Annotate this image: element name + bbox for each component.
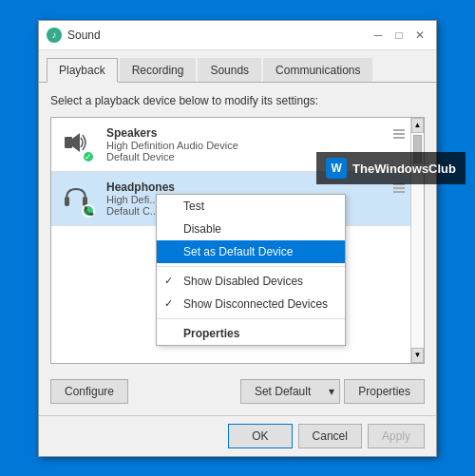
ctx-disable[interactable]: Disable: [157, 218, 345, 240]
default-badge: ✓: [82, 150, 95, 163]
tab-content: Select a playback device below to modify…: [39, 83, 436, 415]
set-default-wrap: Set Default ▾: [240, 379, 340, 404]
ok-button[interactable]: OK: [228, 424, 292, 448]
scroll-down-button[interactable]: ▼: [411, 348, 424, 363]
window-title: Sound: [67, 29, 101, 42]
speakers-sub1: High Definition Audio Device: [106, 140, 416, 151]
headphones-menu-indicator: [393, 183, 405, 193]
ctx-properties[interactable]: Properties: [157, 322, 345, 345]
ctx-separator-2: [157, 318, 345, 319]
tab-playback[interactable]: Playback: [47, 58, 118, 83]
title-bar-controls: ─ □ ✕: [370, 27, 428, 44]
ctx-show-disconnected[interactable]: Show Disconnected Devices: [157, 293, 345, 315]
minimize-button[interactable]: ─: [370, 27, 387, 44]
svg-marker-1: [72, 133, 80, 152]
tab-sounds[interactable]: Sounds: [198, 58, 261, 82]
ctx-test[interactable]: Test: [157, 195, 345, 218]
title-bar-left: ♪ Sound: [47, 28, 101, 43]
dialog-footer: OK Cancel Apply: [39, 415, 436, 456]
watermark-text: TheWindowsClub: [352, 162, 456, 176]
ctx-set-default[interactable]: Set as Default Device: [157, 240, 345, 263]
headphones-icon: 📞: [59, 180, 97, 218]
properties-button[interactable]: Properties: [344, 379, 425, 404]
device-controls: Configure Set Default ▾ Properties: [50, 373, 425, 404]
ctx-separator-1: [157, 266, 345, 267]
headphones-badge: 📞: [82, 204, 95, 218]
speakers-icon: ✓: [59, 125, 97, 163]
tabs-bar: Playback Recording Sounds Communications: [39, 50, 436, 83]
description-text: Select a playback device below to modify…: [50, 94, 425, 107]
scroll-up-button[interactable]: ▲: [411, 118, 424, 133]
svg-rect-0: [65, 137, 72, 148]
close-button[interactable]: ✕: [411, 27, 428, 44]
sound-dialog: ♪ Sound ─ □ ✕ Playback Recording Sounds …: [38, 20, 437, 457]
svg-rect-2: [65, 197, 69, 206]
apply-button[interactable]: Apply: [368, 424, 425, 448]
cancel-button[interactable]: Cancel: [298, 424, 362, 448]
ctx-show-disabled[interactable]: Show Disabled Devices: [157, 270, 345, 293]
speakers-menu-indicator: [393, 129, 405, 139]
tab-communications[interactable]: Communications: [263, 58, 372, 82]
set-default-button[interactable]: Set Default: [240, 379, 324, 404]
watermark-icon: W: [326, 158, 347, 179]
tab-recording[interactable]: Recording: [120, 58, 197, 82]
watermark: W TheWindowsClub: [316, 152, 466, 184]
sound-icon: ♪: [47, 28, 62, 43]
context-menu: Test Disable Set as Default Device Show …: [156, 194, 346, 346]
set-default-dropdown[interactable]: ▾: [324, 379, 340, 404]
configure-button[interactable]: Configure: [50, 379, 128, 404]
speakers-name: Speakers: [106, 126, 416, 140]
maximize-button[interactable]: □: [390, 27, 408, 44]
title-bar: ♪ Sound ─ □ ✕: [39, 21, 436, 50]
right-buttons: Set Default ▾ Properties: [240, 379, 425, 404]
